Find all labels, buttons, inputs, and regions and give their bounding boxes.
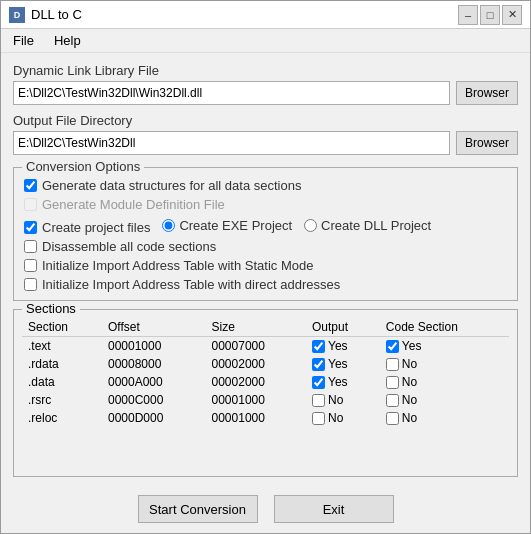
start-conversion-button[interactable]: Start Conversion xyxy=(138,495,258,523)
sections-table: Section Offset Size Output Code Section … xyxy=(22,318,509,427)
cell-section: .rsrc xyxy=(22,391,102,409)
code-section-checkbox-4[interactable] xyxy=(386,412,399,425)
cell-output: Yes xyxy=(306,337,380,356)
init-direct-checkbox[interactable] xyxy=(24,278,37,291)
output-dir-browser-button[interactable]: Browser xyxy=(456,131,518,155)
title-bar-left: D DLL to C xyxy=(9,7,82,23)
dll-file-group: Dynamic Link Library File Browser xyxy=(13,63,518,105)
cell-section: .reloc xyxy=(22,409,102,427)
disassemble-checkbox[interactable] xyxy=(24,240,37,253)
cell-offset: 00001000 xyxy=(102,337,206,356)
gen-data-label: Generate data structures for all data se… xyxy=(42,178,301,193)
code-section-checkbox-2[interactable] xyxy=(386,376,399,389)
cell-output: Yes xyxy=(306,373,380,391)
close-button[interactable]: ✕ xyxy=(502,5,522,25)
sections-title: Sections xyxy=(22,301,80,316)
col-section: Section xyxy=(22,318,102,337)
exe-proj-label: Create EXE Project xyxy=(179,218,292,233)
col-code-section: Code Section xyxy=(380,318,509,337)
table-row: .text0000100000007000YesYes xyxy=(22,337,509,356)
exit-button[interactable]: Exit xyxy=(274,495,394,523)
cell-section: .rdata xyxy=(22,355,102,373)
output-label: Yes xyxy=(328,357,348,371)
dll-file-row: Browser xyxy=(13,81,518,105)
cell-offset: 0000D000 xyxy=(102,409,206,427)
cell-code-section: Yes xyxy=(380,337,509,356)
create-proj-row: Create project files xyxy=(24,220,150,235)
cell-code-section: No xyxy=(380,391,509,409)
minimize-button[interactable]: – xyxy=(458,5,478,25)
output-checkbox-3[interactable] xyxy=(312,394,325,407)
gen-module-label: Generate Module Definition File xyxy=(42,197,225,212)
gen-data-row: Generate data structures for all data se… xyxy=(24,178,507,193)
cell-size: 00002000 xyxy=(206,373,306,391)
code-section-label: No xyxy=(402,375,417,389)
disassemble-label: Disassemble all code sections xyxy=(42,239,216,254)
code-section-checkbox-1[interactable] xyxy=(386,358,399,371)
disassemble-row: Disassemble all code sections xyxy=(24,239,507,254)
cell-offset: 0000A000 xyxy=(102,373,206,391)
output-label: No xyxy=(328,393,343,407)
gen-data-checkbox[interactable] xyxy=(24,179,37,192)
dll-proj-radio[interactable] xyxy=(304,219,317,232)
gen-module-checkbox[interactable] xyxy=(24,198,37,211)
cell-offset: 00008000 xyxy=(102,355,206,373)
sections-group: Sections Section Offset Size Output Code… xyxy=(13,309,518,477)
code-section-label: Yes xyxy=(402,339,422,353)
menu-file[interactable]: File xyxy=(5,31,42,50)
gen-module-row: Generate Module Definition File xyxy=(24,197,507,212)
cell-section: .data xyxy=(22,373,102,391)
menu-help[interactable]: Help xyxy=(46,31,89,50)
code-section-label: No xyxy=(402,411,417,425)
code-section-checkbox-3[interactable] xyxy=(386,394,399,407)
output-label: Yes xyxy=(328,375,348,389)
cell-output: Yes xyxy=(306,355,380,373)
exe-proj-row: Create EXE Project xyxy=(162,218,292,233)
init-static-label: Initialize Import Address Table with Sta… xyxy=(42,258,313,273)
maximize-button[interactable]: □ xyxy=(480,5,500,25)
output-checkbox-4[interactable] xyxy=(312,412,325,425)
output-label: No xyxy=(328,411,343,425)
table-row: .rdata0000800000002000YesNo xyxy=(22,355,509,373)
dll-proj-label: Create DLL Project xyxy=(321,218,431,233)
output-checkbox-0[interactable] xyxy=(312,340,325,353)
cell-code-section: No xyxy=(380,409,509,427)
table-row: .data0000A00000002000YesNo xyxy=(22,373,509,391)
output-dir-row: Browser xyxy=(13,131,518,155)
dll-file-input[interactable] xyxy=(13,81,450,105)
init-static-checkbox[interactable] xyxy=(24,259,37,272)
output-dir-input[interactable] xyxy=(13,131,450,155)
cell-offset: 0000C000 xyxy=(102,391,206,409)
project-options-row: Create project files Create EXE Project … xyxy=(24,216,507,235)
create-proj-label: Create project files xyxy=(42,220,150,235)
init-direct-row: Initialize Import Address Table with dir… xyxy=(24,277,507,292)
create-proj-checkbox[interactable] xyxy=(24,221,37,234)
content-area: Dynamic Link Library File Browser Output… xyxy=(1,53,530,487)
code-section-checkbox-0[interactable] xyxy=(386,340,399,353)
cell-code-section: No xyxy=(380,355,509,373)
footer: Start Conversion Exit xyxy=(1,487,530,533)
cell-size: 00007000 xyxy=(206,337,306,356)
dll-file-browser-button[interactable]: Browser xyxy=(456,81,518,105)
cell-output: No xyxy=(306,391,380,409)
cell-size: 00001000 xyxy=(206,409,306,427)
code-section-label: No xyxy=(402,393,417,407)
dll-file-label: Dynamic Link Library File xyxy=(13,63,518,78)
output-checkbox-2[interactable] xyxy=(312,376,325,389)
output-checkbox-1[interactable] xyxy=(312,358,325,371)
conversion-options-title: Conversion Options xyxy=(22,159,144,174)
window-title: DLL to C xyxy=(31,7,82,22)
col-size: Size xyxy=(206,318,306,337)
cell-code-section: No xyxy=(380,373,509,391)
init-static-row: Initialize Import Address Table with Sta… xyxy=(24,258,507,273)
title-bar: D DLL to C – □ ✕ xyxy=(1,1,530,29)
col-output: Output xyxy=(306,318,380,337)
cell-section: .text xyxy=(22,337,102,356)
conversion-options-group: Conversion Options Generate data structu… xyxy=(13,167,518,301)
init-direct-label: Initialize Import Address Table with dir… xyxy=(42,277,340,292)
output-label: Yes xyxy=(328,339,348,353)
output-dir-group: Output File Directory Browser xyxy=(13,113,518,155)
cell-size: 00002000 xyxy=(206,355,306,373)
exe-proj-radio[interactable] xyxy=(162,219,175,232)
table-row: .reloc0000D00000001000NoNo xyxy=(22,409,509,427)
